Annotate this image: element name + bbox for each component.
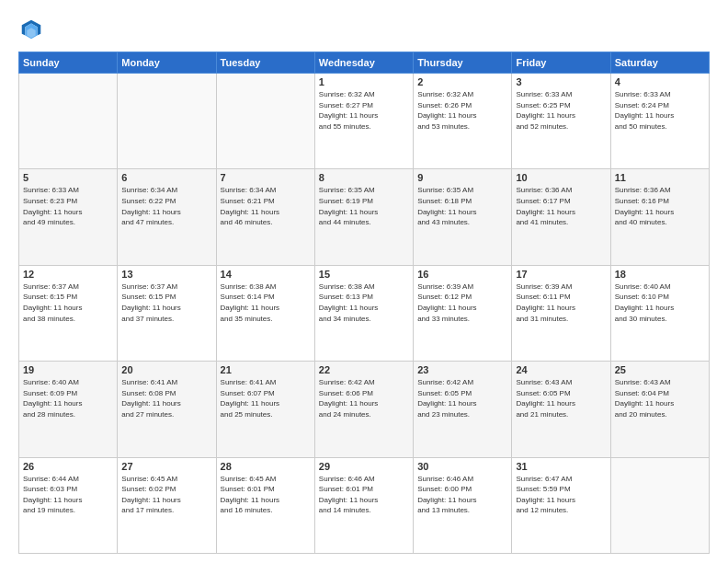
day-number: 3 xyxy=(516,76,606,87)
day-cell: 21Sunrise: 6:41 AM Sunset: 6:07 PM Dayli… xyxy=(216,362,314,457)
week-row-5: 26Sunrise: 6:44 AM Sunset: 6:03 PM Dayli… xyxy=(19,457,710,553)
day-cell: 1Sunrise: 6:32 AM Sunset: 6:27 PM Daylig… xyxy=(314,74,413,169)
day-number: 9 xyxy=(417,172,507,183)
day-number: 15 xyxy=(319,269,409,280)
day-number: 14 xyxy=(221,269,311,280)
day-info: Sunrise: 6:39 AM Sunset: 6:11 PM Dayligh… xyxy=(516,282,606,324)
day-info: Sunrise: 6:32 AM Sunset: 6:27 PM Dayligh… xyxy=(319,89,409,132)
day-cell xyxy=(19,74,118,169)
day-info: Sunrise: 6:33 AM Sunset: 6:24 PM Dayligh… xyxy=(615,89,705,132)
day-number: 2 xyxy=(417,76,507,87)
day-number: 11 xyxy=(615,172,705,183)
day-info: Sunrise: 6:40 AM Sunset: 6:10 PM Dayligh… xyxy=(615,282,705,324)
day-cell xyxy=(118,74,216,169)
day-number: 26 xyxy=(23,461,113,472)
day-cell: 15Sunrise: 6:38 AM Sunset: 6:13 PM Dayli… xyxy=(314,265,413,361)
day-number: 13 xyxy=(121,269,211,280)
day-number: 25 xyxy=(615,364,705,375)
day-cell: 28Sunrise: 6:45 AM Sunset: 6:01 PM Dayli… xyxy=(216,457,314,553)
day-cell xyxy=(216,74,314,169)
day-cell: 29Sunrise: 6:46 AM Sunset: 6:01 PM Dayli… xyxy=(314,457,413,553)
day-info: Sunrise: 6:43 AM Sunset: 6:04 PM Dayligh… xyxy=(615,377,705,419)
week-row-3: 12Sunrise: 6:37 AM Sunset: 6:15 PM Dayli… xyxy=(19,265,710,361)
day-number: 18 xyxy=(615,269,705,280)
logo-icon xyxy=(18,17,44,42)
day-number: 17 xyxy=(516,269,606,280)
day-info: Sunrise: 6:42 AM Sunset: 6:05 PM Dayligh… xyxy=(417,377,507,419)
day-info: Sunrise: 6:44 AM Sunset: 6:03 PM Dayligh… xyxy=(23,474,113,516)
day-cell: 12Sunrise: 6:37 AM Sunset: 6:15 PM Dayli… xyxy=(19,265,118,361)
day-cell: 7Sunrise: 6:34 AM Sunset: 6:21 PM Daylig… xyxy=(216,169,314,265)
day-cell: 6Sunrise: 6:34 AM Sunset: 6:22 PM Daylig… xyxy=(118,169,216,265)
day-number: 5 xyxy=(23,172,113,183)
weekday-monday: Monday xyxy=(118,52,216,74)
day-cell: 27Sunrise: 6:45 AM Sunset: 6:02 PM Dayli… xyxy=(118,457,216,553)
day-number: 21 xyxy=(221,364,311,375)
day-info: Sunrise: 6:37 AM Sunset: 6:15 PM Dayligh… xyxy=(121,282,211,324)
day-number: 30 xyxy=(417,461,507,472)
day-number: 20 xyxy=(121,364,211,375)
day-cell: 13Sunrise: 6:37 AM Sunset: 6:15 PM Dayli… xyxy=(118,265,216,361)
day-info: Sunrise: 6:39 AM Sunset: 6:12 PM Dayligh… xyxy=(417,282,507,324)
day-info: Sunrise: 6:38 AM Sunset: 6:13 PM Dayligh… xyxy=(319,282,409,324)
calendar-table: SundayMondayTuesdayWednesdayThursdayFrid… xyxy=(18,52,710,554)
day-number: 27 xyxy=(121,461,211,472)
weekday-saturday: Saturday xyxy=(610,52,709,74)
day-cell: 14Sunrise: 6:38 AM Sunset: 6:14 PM Dayli… xyxy=(216,265,314,361)
day-info: Sunrise: 6:40 AM Sunset: 6:09 PM Dayligh… xyxy=(23,377,113,419)
day-number: 28 xyxy=(221,461,311,472)
day-info: Sunrise: 6:36 AM Sunset: 6:17 PM Dayligh… xyxy=(516,185,606,227)
week-row-4: 19Sunrise: 6:40 AM Sunset: 6:09 PM Dayli… xyxy=(19,362,710,457)
day-info: Sunrise: 6:41 AM Sunset: 6:07 PM Dayligh… xyxy=(221,377,311,419)
day-info: Sunrise: 6:35 AM Sunset: 6:18 PM Dayligh… xyxy=(417,185,507,227)
day-number: 1 xyxy=(319,76,409,87)
weekday-tuesday: Tuesday xyxy=(216,52,314,74)
day-info: Sunrise: 6:47 AM Sunset: 5:59 PM Dayligh… xyxy=(516,474,606,516)
day-cell: 18Sunrise: 6:40 AM Sunset: 6:10 PM Dayli… xyxy=(610,265,709,361)
day-info: Sunrise: 6:34 AM Sunset: 6:21 PM Dayligh… xyxy=(221,185,311,227)
day-number: 29 xyxy=(319,461,409,472)
day-cell xyxy=(610,457,709,553)
weekday-header-row: SundayMondayTuesdayWednesdayThursdayFrid… xyxy=(19,52,710,74)
day-cell: 3Sunrise: 6:33 AM Sunset: 6:25 PM Daylig… xyxy=(512,74,610,169)
day-info: Sunrise: 6:38 AM Sunset: 6:14 PM Dayligh… xyxy=(221,282,311,324)
day-info: Sunrise: 6:33 AM Sunset: 6:25 PM Dayligh… xyxy=(516,89,606,132)
day-number: 6 xyxy=(121,172,211,183)
day-cell: 20Sunrise: 6:41 AM Sunset: 6:08 PM Dayli… xyxy=(118,362,216,457)
day-cell: 17Sunrise: 6:39 AM Sunset: 6:11 PM Dayli… xyxy=(512,265,610,361)
weekday-friday: Friday xyxy=(512,52,610,74)
day-cell: 11Sunrise: 6:36 AM Sunset: 6:16 PM Dayli… xyxy=(610,169,709,265)
day-info: Sunrise: 6:33 AM Sunset: 6:23 PM Dayligh… xyxy=(23,185,113,227)
day-info: Sunrise: 6:36 AM Sunset: 6:16 PM Dayligh… xyxy=(615,185,705,227)
day-number: 8 xyxy=(319,172,409,183)
day-info: Sunrise: 6:46 AM Sunset: 6:00 PM Dayligh… xyxy=(417,474,507,516)
day-cell: 19Sunrise: 6:40 AM Sunset: 6:09 PM Dayli… xyxy=(19,362,118,457)
day-cell: 23Sunrise: 6:42 AM Sunset: 6:05 PM Dayli… xyxy=(414,362,512,457)
day-number: 16 xyxy=(417,269,507,280)
day-info: Sunrise: 6:43 AM Sunset: 6:05 PM Dayligh… xyxy=(516,377,606,419)
day-info: Sunrise: 6:45 AM Sunset: 6:01 PM Dayligh… xyxy=(221,474,311,516)
day-info: Sunrise: 6:41 AM Sunset: 6:08 PM Dayligh… xyxy=(121,377,211,419)
day-number: 12 xyxy=(23,269,113,280)
day-number: 10 xyxy=(516,172,606,183)
day-cell: 5Sunrise: 6:33 AM Sunset: 6:23 PM Daylig… xyxy=(19,169,118,265)
day-info: Sunrise: 6:42 AM Sunset: 6:06 PM Dayligh… xyxy=(319,377,409,419)
day-cell: 30Sunrise: 6:46 AM Sunset: 6:00 PM Dayli… xyxy=(414,457,512,553)
day-number: 31 xyxy=(516,461,606,472)
day-cell: 24Sunrise: 6:43 AM Sunset: 6:05 PM Dayli… xyxy=(512,362,610,457)
day-number: 19 xyxy=(23,364,113,375)
day-number: 22 xyxy=(319,364,409,375)
day-info: Sunrise: 6:32 AM Sunset: 6:26 PM Dayligh… xyxy=(417,89,507,132)
day-cell: 8Sunrise: 6:35 AM Sunset: 6:19 PM Daylig… xyxy=(314,169,413,265)
weekday-wednesday: Wednesday xyxy=(314,52,413,74)
day-info: Sunrise: 6:45 AM Sunset: 6:02 PM Dayligh… xyxy=(121,474,211,516)
day-info: Sunrise: 6:34 AM Sunset: 6:22 PM Dayligh… xyxy=(121,185,211,227)
weekday-thursday: Thursday xyxy=(414,52,512,74)
day-cell: 9Sunrise: 6:35 AM Sunset: 6:18 PM Daylig… xyxy=(414,169,512,265)
week-row-2: 5Sunrise: 6:33 AM Sunset: 6:23 PM Daylig… xyxy=(19,169,710,265)
day-number: 23 xyxy=(417,364,507,375)
day-cell: 26Sunrise: 6:44 AM Sunset: 6:03 PM Dayli… xyxy=(19,457,118,553)
day-info: Sunrise: 6:35 AM Sunset: 6:19 PM Dayligh… xyxy=(319,185,409,227)
logo xyxy=(18,17,48,42)
day-cell: 4Sunrise: 6:33 AM Sunset: 6:24 PM Daylig… xyxy=(610,74,709,169)
